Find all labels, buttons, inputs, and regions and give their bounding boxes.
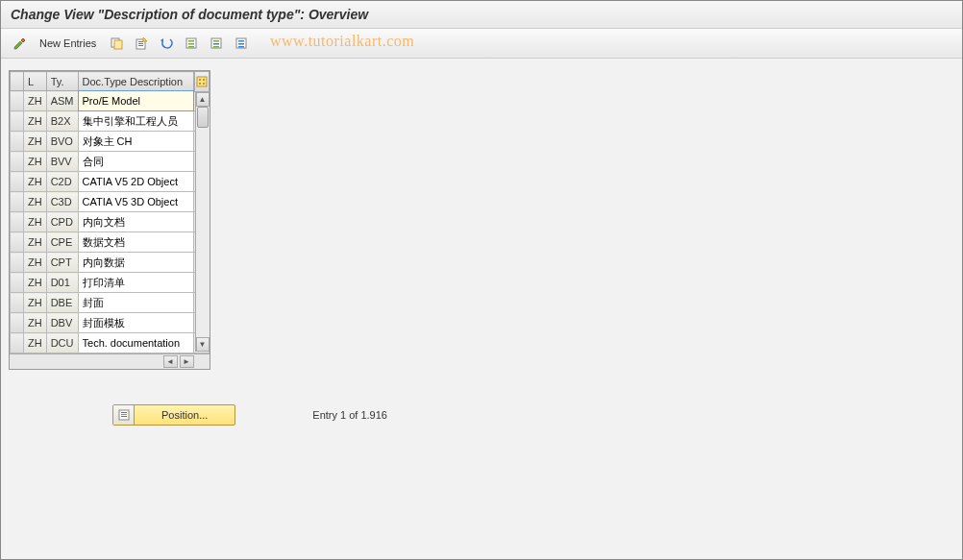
cell-desc-input[interactable]	[79, 273, 193, 292]
svg-rect-4	[138, 43, 143, 44]
cell-desc-input[interactable]	[79, 253, 193, 272]
table-row[interactable]: ZHC3D	[11, 192, 210, 212]
scroll-track[interactable]	[196, 107, 210, 337]
svg-rect-13	[213, 46, 219, 48]
cell-type: D01	[46, 273, 78, 293]
cell-type: CPE	[46, 232, 78, 253]
row-selector[interactable]	[11, 273, 24, 293]
position-button[interactable]: Position...	[112, 404, 235, 426]
cell-desc-input[interactable]	[79, 152, 193, 171]
svg-rect-15	[238, 40, 244, 42]
row-selector[interactable]	[11, 293, 24, 313]
scroll-thumb[interactable]	[197, 107, 209, 128]
cell-type: BVV	[46, 152, 78, 172]
table-row[interactable]: ZHDCU	[11, 333, 210, 353]
cell-desc-input[interactable]	[79, 111, 193, 131]
cell-desc-input[interactable]	[79, 212, 193, 231]
svg-rect-25	[121, 414, 127, 415]
col-type-header[interactable]: Ty.	[46, 72, 78, 91]
select-all-icon[interactable]	[181, 33, 202, 54]
cell-desc-input[interactable]	[79, 91, 193, 110]
cell-type: C3D	[46, 192, 78, 212]
table-row[interactable]: ZHCPE	[11, 232, 210, 253]
data-table-container: L Ty. Doc.Type Description ZHASMZHB2XZHB…	[9, 70, 210, 370]
svg-rect-5	[138, 45, 143, 46]
table-row[interactable]: ZHDBE	[11, 293, 210, 313]
data-table: L Ty. Doc.Type Description ZHASMZHB2XZHB…	[10, 71, 210, 353]
svg-rect-17	[238, 46, 244, 48]
cell-desc-input[interactable]	[79, 313, 193, 332]
cell-type: B2X	[46, 111, 78, 132]
vertical-scrollbar[interactable]: ▲ ▼	[195, 92, 210, 352]
row-selector[interactable]	[11, 111, 24, 132]
deselect-all-icon[interactable]	[231, 33, 252, 54]
svg-rect-16	[238, 43, 244, 45]
col-desc-header[interactable]: Doc.Type Description	[78, 72, 193, 91]
table-row[interactable]: ZHCPD	[11, 212, 210, 232]
table-config-icon[interactable]	[194, 71, 210, 92]
svg-rect-24	[121, 412, 127, 413]
row-selector[interactable]	[11, 333, 24, 353]
col-select-header[interactable]	[11, 72, 24, 91]
position-icon	[113, 405, 135, 425]
scroll-up-icon[interactable]: ▲	[196, 92, 210, 107]
cell-desc-input[interactable]	[79, 232, 193, 252]
table-row[interactable]: ZHBVO	[11, 132, 210, 152]
row-selector[interactable]	[11, 253, 24, 273]
table-row[interactable]: ZHDBV	[11, 313, 210, 333]
col-lang-header[interactable]: L	[24, 72, 47, 91]
cell-desc-input[interactable]	[79, 132, 193, 151]
delete-icon[interactable]	[131, 33, 152, 54]
cell-lang: ZH	[24, 273, 47, 293]
scroll-down-icon[interactable]: ▼	[196, 337, 210, 352]
cell-type: C2D	[46, 172, 78, 192]
svg-rect-19	[199, 79, 201, 81]
row-selector[interactable]	[11, 152, 24, 172]
svg-rect-7	[188, 40, 194, 42]
scroll-left-icon[interactable]: ◄	[163, 355, 178, 368]
cell-desc-input[interactable]	[79, 293, 193, 312]
cell-lang: ZH	[24, 192, 47, 212]
cell-lang: ZH	[24, 313, 47, 333]
svg-rect-3	[138, 41, 143, 42]
cell-type: DCU	[46, 333, 78, 353]
cell-desc-input[interactable]	[79, 172, 193, 191]
table-row[interactable]: ZHBVV	[11, 152, 210, 172]
copy-icon[interactable]	[106, 33, 127, 54]
svg-rect-21	[199, 83, 201, 85]
row-selector[interactable]	[11, 172, 24, 192]
cell-desc-input[interactable]	[79, 192, 193, 211]
cell-lang: ZH	[24, 172, 47, 192]
cell-lang: ZH	[24, 152, 47, 172]
window-title: Change View "Description of document typ…	[1, 1, 962, 29]
table-row[interactable]: ZHC2D	[11, 172, 210, 192]
cell-type: DBV	[46, 313, 78, 333]
cell-lang: ZH	[24, 212, 47, 232]
row-selector[interactable]	[11, 91, 24, 111]
row-selector[interactable]	[11, 132, 24, 152]
table-row[interactable]: ZHD01	[11, 273, 210, 293]
svg-rect-12	[213, 43, 219, 45]
scroll-right-icon[interactable]: ►	[180, 355, 194, 368]
toggle-display-icon[interactable]	[9, 33, 30, 54]
select-block-icon[interactable]	[206, 33, 227, 54]
row-selector[interactable]	[11, 313, 24, 333]
row-selector[interactable]	[11, 232, 24, 253]
table-row[interactable]: ZHASM	[11, 91, 210, 111]
cell-lang: ZH	[24, 111, 47, 132]
table-row[interactable]: ZHB2X	[11, 111, 210, 132]
table-row[interactable]: ZHCPT	[11, 253, 210, 273]
svg-rect-26	[121, 416, 127, 417]
row-selector[interactable]	[11, 192, 24, 212]
horizontal-scrollbar[interactable]: ◄ ►	[10, 353, 210, 369]
content-area: L Ty. Doc.Type Description ZHASMZHB2XZHB…	[1, 59, 962, 559]
new-entries-button[interactable]: New Entries	[34, 36, 102, 51]
undo-icon[interactable]	[156, 33, 177, 54]
cell-type: BVO	[46, 132, 78, 152]
row-selector[interactable]	[11, 212, 24, 232]
position-label: Position...	[135, 409, 235, 421]
svg-rect-9	[188, 46, 194, 48]
cell-type: DBE	[46, 293, 78, 313]
svg-rect-20	[203, 79, 205, 81]
cell-desc-input[interactable]	[79, 333, 193, 353]
